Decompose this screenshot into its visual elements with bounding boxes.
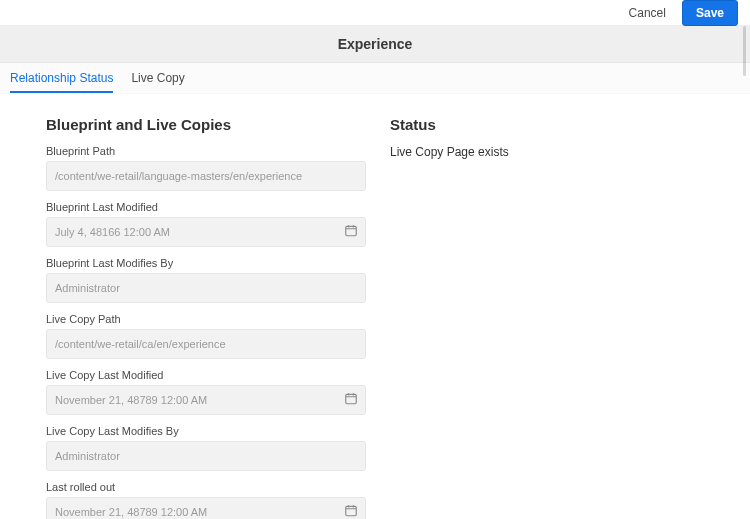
save-button[interactable]: Save — [682, 0, 738, 26]
blueprint-heading: Blueprint and Live Copies — [46, 116, 366, 133]
lc-lastmod-field[interactable] — [46, 385, 366, 415]
calendar-icon[interactable] — [344, 392, 358, 409]
status-text: Live Copy Page exists — [390, 145, 710, 159]
tab-live-copy[interactable]: Live Copy — [131, 63, 184, 93]
bp-path-label: Blueprint Path — [46, 145, 366, 157]
blueprint-section: Blueprint and Live Copies Blueprint Path… — [46, 116, 366, 519]
lc-lastmod-label: Live Copy Last Modified — [46, 369, 366, 381]
title-bar: Experience — [0, 26, 750, 63]
lastroll-field[interactable] — [46, 497, 366, 519]
lc-path-label: Live Copy Path — [46, 313, 366, 325]
action-bar: Cancel Save — [0, 0, 750, 26]
content-area: Blueprint and Live Copies Blueprint Path… — [0, 94, 750, 519]
bp-lastmodby-field[interactable] — [46, 273, 366, 303]
bp-path-field[interactable] — [46, 161, 366, 191]
svg-rect-2 — [346, 506, 357, 515]
cancel-button[interactable]: Cancel — [623, 2, 672, 24]
status-heading: Status — [390, 116, 710, 133]
scrollbar-thumb[interactable] — [743, 26, 746, 76]
calendar-icon[interactable] — [344, 224, 358, 241]
lc-lastmodby-field[interactable] — [46, 441, 366, 471]
lastroll-label: Last rolled out — [46, 481, 366, 493]
lc-lastmodby-label: Live Copy Last Modifies By — [46, 425, 366, 437]
tab-relationship-status[interactable]: Relationship Status — [10, 63, 113, 93]
calendar-icon[interactable] — [344, 504, 358, 520]
page-title: Experience — [338, 36, 413, 52]
bp-lastmodby-label: Blueprint Last Modifies By — [46, 257, 366, 269]
tab-bar: Relationship Status Live Copy — [0, 63, 750, 94]
bp-lastmod-label: Blueprint Last Modified — [46, 201, 366, 213]
svg-rect-1 — [346, 394, 357, 403]
status-section: Status Live Copy Page exists — [380, 116, 710, 519]
lc-path-field[interactable] — [46, 329, 366, 359]
bp-lastmod-field[interactable] — [46, 217, 366, 247]
svg-rect-0 — [346, 226, 357, 235]
